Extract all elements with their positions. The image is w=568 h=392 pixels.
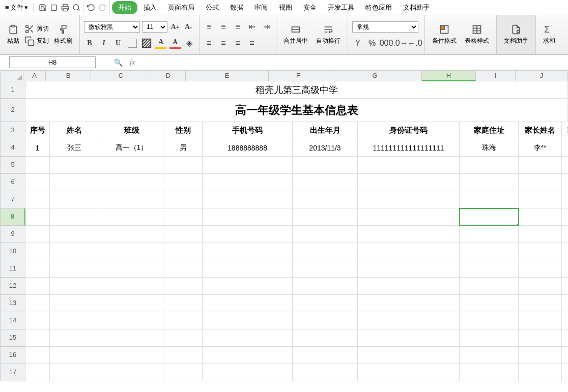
cell[interactable] <box>164 364 203 381</box>
cell[interactable] <box>25 191 50 208</box>
sum-button[interactable]: Σ 求和 <box>540 22 558 47</box>
align-center-icon[interactable]: ≡ <box>218 38 229 49</box>
indent-increase-icon[interactable]: ⇥ <box>261 21 272 33</box>
cell[interactable] <box>519 364 562 381</box>
col-header[interactable]: G <box>328 70 421 81</box>
cell[interactable] <box>99 260 164 278</box>
cell[interactable] <box>519 347 562 364</box>
cell[interactable] <box>519 243 562 260</box>
cell[interactable] <box>99 226 164 243</box>
cell[interactable] <box>519 174 562 191</box>
table-header[interactable]: 序号 <box>25 122 50 139</box>
cell[interactable]: 高一（1） <box>99 139 164 157</box>
cell[interactable] <box>293 278 358 295</box>
cell[interactable] <box>519 208 562 226</box>
col-header[interactable]: C <box>91 70 151 81</box>
cell[interactable] <box>50 347 99 364</box>
format-painter-button[interactable]: 格式刷 <box>51 22 75 47</box>
col-header[interactable]: I <box>476 70 516 81</box>
cell[interactable] <box>358 312 460 329</box>
table-style-button[interactable]: 表格样式 <box>462 22 492 47</box>
cell[interactable] <box>460 312 519 329</box>
print-preview-icon[interactable] <box>50 4 58 12</box>
cell[interactable] <box>99 243 164 260</box>
cell[interactable] <box>562 329 568 347</box>
cell[interactable] <box>460 347 519 364</box>
tab-page-layout[interactable]: 页面布局 <box>163 1 200 14</box>
table-header[interactable]: 家长联系方式 <box>562 122 568 139</box>
cell[interactable] <box>50 364 99 381</box>
cell[interactable] <box>25 329 50 347</box>
cell[interactable] <box>519 295 562 312</box>
cell[interactable] <box>99 278 164 295</box>
table-header[interactable]: 班级 <box>99 122 164 139</box>
cell[interactable] <box>293 312 358 329</box>
cell[interactable] <box>562 191 568 208</box>
row-header[interactable]: 12 <box>0 278 25 295</box>
copy-button[interactable]: 复制 <box>24 36 49 46</box>
cell[interactable] <box>519 157 562 174</box>
cell[interactable] <box>562 364 568 381</box>
row-header[interactable]: 1 <box>0 81 25 99</box>
row-header[interactable]: 13 <box>0 295 25 312</box>
cell[interactable] <box>203 208 293 226</box>
tab-data[interactable]: 数据 <box>225 1 248 14</box>
cell[interactable] <box>203 329 293 347</box>
table-header[interactable]: 姓名 <box>50 122 99 139</box>
cell[interactable] <box>99 208 164 226</box>
tab-formula[interactable]: 公式 <box>201 1 224 14</box>
cell[interactable] <box>99 364 164 381</box>
increase-decimal-icon[interactable]: .0→ <box>395 38 406 49</box>
cell[interactable] <box>25 278 50 295</box>
cell[interactable] <box>164 347 203 364</box>
row-header[interactable]: 10 <box>0 243 25 260</box>
col-header[interactable]: H <box>422 70 476 81</box>
decrease-decimal-icon[interactable]: ←.0 <box>409 38 420 49</box>
row-header[interactable]: 3 <box>0 122 25 139</box>
cell[interactable] <box>50 243 99 260</box>
row-header[interactable]: 15 <box>0 329 25 347</box>
italic-button[interactable]: I <box>98 38 109 49</box>
col-header[interactable]: J <box>516 70 568 81</box>
cell[interactable] <box>99 347 164 364</box>
currency-icon[interactable]: ¥ <box>352 38 363 49</box>
cell[interactable] <box>25 260 50 278</box>
cell[interactable]: 1888888888 <box>203 139 293 157</box>
cell[interactable] <box>358 208 460 226</box>
cell[interactable] <box>164 312 203 329</box>
cell[interactable] <box>164 226 203 243</box>
cell[interactable] <box>25 226 50 243</box>
cell[interactable] <box>460 174 519 191</box>
decrease-font-icon[interactable]: A- <box>183 21 194 33</box>
cell[interactable] <box>50 329 99 347</box>
sheet-title-2[interactable]: 高一年级学生基本信息表 <box>25 99 568 122</box>
bold-button[interactable]: B <box>84 38 95 49</box>
row-header[interactable]: 6 <box>0 174 25 191</box>
row-header[interactable]: 5 <box>0 157 25 174</box>
tab-security[interactable]: 安全 <box>298 1 322 14</box>
table-header[interactable]: 性别 <box>164 122 203 139</box>
cell[interactable] <box>460 278 519 295</box>
align-left-icon[interactable]: ≡ <box>204 38 215 49</box>
redo-icon[interactable] <box>98 4 106 12</box>
cell[interactable] <box>203 260 293 278</box>
cell[interactable] <box>293 260 358 278</box>
cell[interactable] <box>562 157 568 174</box>
cell[interactable] <box>562 208 568 226</box>
align-justify-icon[interactable]: ≡ <box>246 38 258 49</box>
cell[interactable] <box>293 329 358 347</box>
cell[interactable] <box>519 260 562 278</box>
table-header[interactable]: 手机号码 <box>203 122 293 139</box>
cell[interactable] <box>99 157 164 174</box>
cell[interactable] <box>293 226 358 243</box>
row-header[interactable]: 14 <box>0 312 25 329</box>
col-header[interactable]: A <box>23 70 46 81</box>
cell[interactable] <box>164 295 203 312</box>
cell[interactable] <box>25 364 50 381</box>
col-header[interactable]: E <box>186 70 268 81</box>
cell[interactable] <box>164 191 203 208</box>
cell[interactable] <box>164 243 203 260</box>
row-header[interactable]: 8 <box>0 208 25 226</box>
cell[interactable] <box>25 243 50 260</box>
select-all-corner[interactable] <box>0 70 23 81</box>
